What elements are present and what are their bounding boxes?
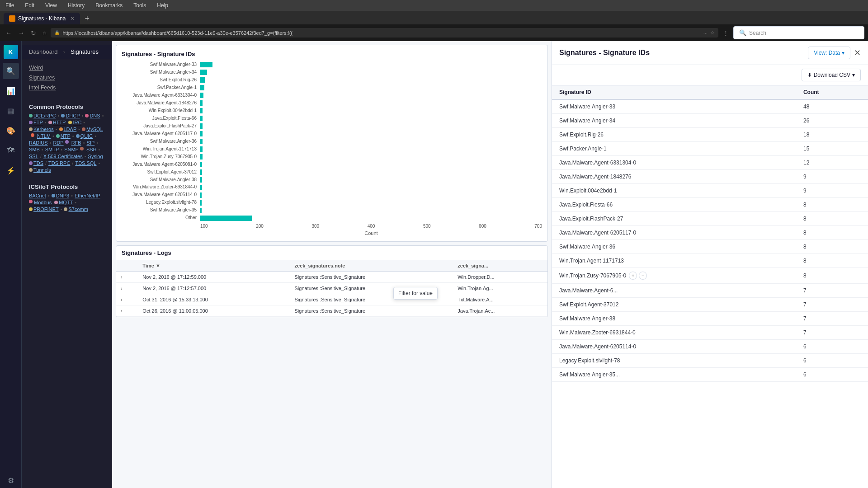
download-csv-button[interactable]: ⬇ Download CSV ▾ [802,69,861,81]
proto-syslog[interactable]: Syslog [88,154,103,159]
table-row[interactable]: Win.Malware.Zboter-6931844-07 [552,326,868,340]
menu-view[interactable]: View [43,1,59,9]
bar-row[interactable] [200,138,542,145]
proto-link-syslog[interactable]: Syslog [88,154,103,159]
proto-link-snmp[interactable]: SNMP [64,147,79,152]
bar-row[interactable] [200,99,542,107]
proto-link-ntp[interactable]: NTP [61,133,71,139]
proto-link-dce-rpc[interactable]: DCE/RPC [33,113,56,118]
sidebar-item-weird[interactable]: Weird [29,63,104,73]
table-row[interactable]: Java.Exploit.Fiesta-668 [552,198,868,212]
proto-bacnet[interactable]: BACnet [29,193,46,198]
table-row[interactable]: Swf.Malware.Angler-35...6 [552,368,868,382]
table-row[interactable]: Java.Malware.Agent-6331304-012 [552,156,868,170]
proto-link-ntlm[interactable]: NTLM [37,133,51,139]
proto-link-dhcp[interactable]: DHCP [66,113,80,118]
nav-dashboard[interactable]: ▦ [3,103,19,119]
proto-link-dns[interactable]: DNS [90,113,100,118]
proto-sip[interactable]: SIP [87,140,95,145]
proto-link-ftp[interactable]: FTP [33,120,43,125]
bar-row[interactable] [200,61,542,68]
proto-tds-rpc[interactable]: TDS.RPC [48,160,70,166]
proto-profinet[interactable]: PROFINET [29,206,59,212]
table-row[interactable]: › Nov 2, 2016 @ 17:12:59.000 Signatures:… [116,272,547,283]
table-row[interactable]: Swf.Exploit.Rig-2618 [552,128,868,142]
logs-col-time[interactable]: Time ▼ [138,260,290,272]
proto-link-x509[interactable]: X.509 Certificates [43,154,83,159]
proto-dns[interactable]: DNS [85,113,100,118]
proto-link-ssl[interactable]: SSL [29,154,38,159]
table-row[interactable]: › Nov 2, 2016 @ 17:12:57.000 Signatures:… [116,283,547,294]
proto-ntp[interactable]: NTP [56,133,71,139]
browser-search-box[interactable]: 🔍 Search [733,26,864,39]
proto-dce-rpc[interactable]: DCE/RPC [29,113,56,118]
bar-row[interactable] [200,161,542,168]
expand-cell[interactable]: › [116,294,138,305]
proto-link-ethernet-ip[interactable]: EtherNet/IP [75,193,100,198]
bar-row[interactable] [200,199,542,206]
table-row[interactable]: › Oct 31, 2016 @ 15:33:13.000 Signatures… [116,294,547,305]
table-row[interactable]: Java.Malware.Agent-6205117-08 [552,226,868,240]
table-row[interactable]: Swf.Malware.Angler-3348 [552,99,868,114]
proto-link-quic[interactable]: QUIC [80,133,93,139]
menu-tools[interactable]: Tools [132,1,148,9]
view-data-button[interactable]: View: Data ▾ [808,47,850,59]
proto-link-mqtt[interactable]: MQTT [59,200,73,205]
table-row[interactable]: Swf.Packer.Angle-115 [552,142,868,156]
expand-cell[interactable]: › [116,305,138,317]
proto-link-tds[interactable]: TDS [33,160,43,166]
expand-arrow[interactable]: › [121,286,123,291]
bar-row[interactable] [200,76,542,84]
table-row[interactable]: Java.Malware.Agent-6...7 [552,284,868,298]
tab-close-button[interactable]: ✕ [70,15,75,22]
proto-mysql[interactable]: MySQL [82,127,103,132]
proto-link-ssh[interactable]: SSH [86,147,97,152]
bar-row[interactable] [200,184,542,191]
proto-link-rdp[interactable]: RDP [53,140,63,145]
proto-dnp3[interactable]: DNP3 [52,193,69,198]
proto-link-bacnet[interactable]: BACnet [29,193,46,198]
home-button[interactable]: ⌂ [41,28,48,38]
proto-link-sip[interactable]: SIP [87,140,95,145]
proto-link-kerberos[interactable]: Kerberos [33,127,54,132]
proto-ftp[interactable]: FTP [29,120,43,125]
bar-row[interactable] [200,115,542,122]
table-row[interactable]: Swf.Exploit.Agent-370127 [552,298,868,312]
menu-bookmarks[interactable]: Bookmarks [94,1,124,9]
proto-ldap[interactable]: LDAP [59,127,77,132]
proto-irc[interactable]: IRC [68,120,81,125]
proto-smb[interactable]: SMB [29,147,40,152]
expand-arrow[interactable]: › [121,308,123,314]
proto-link-mysql[interactable]: MySQL [86,127,103,132]
proto-link-tds-rpc[interactable]: TDS.RPC [48,160,70,166]
bar-row[interactable] [200,107,542,114]
bar-row[interactable] [200,84,542,91]
bar-row[interactable] [200,153,542,160]
flyout-close-button[interactable]: ✕ [854,48,861,58]
bar-row[interactable] [200,176,542,183]
expand-arrow[interactable]: › [121,297,123,302]
proto-tds[interactable]: TDS [29,160,43,166]
forward-button[interactable]: → [16,28,26,38]
kibana-logo[interactable]: K [4,45,18,59]
proto-snmp[interactable]: SNMP [64,147,79,152]
menu-file[interactable]: File [4,1,16,9]
proto-s7comm[interactable]: S7comm [64,206,88,212]
nav-canvas[interactable]: 🎨 [3,122,19,139]
proto-link-radius[interactable]: RADIUS [29,140,48,145]
active-tab[interactable]: Signatures - Kibana ✕ [4,13,80,24]
sidebar-item-intel-feeds[interactable]: Intel Feeds [29,83,104,93]
proto-rdp[interactable]: RDP [53,140,63,145]
menu-edit[interactable]: Edit [23,1,36,9]
menu-history[interactable]: History [66,1,86,9]
bar-row[interactable] [200,92,542,99]
proto-link-s7comm[interactable]: S7comm [68,206,88,212]
new-tab-button[interactable]: + [82,14,92,23]
bookmark-icon[interactable]: ☆ [710,30,715,36]
bar-row[interactable] [200,145,542,153]
proto-link-dnp3[interactable]: DNP3 [56,193,69,198]
nav-settings[interactable]: ⚙ [3,472,19,488]
table-row[interactable]: Swf.Malware.Angler-368 [552,240,868,254]
bar-row[interactable] [200,69,542,76]
proto-tunnels[interactable]: Tunnels [29,167,51,173]
